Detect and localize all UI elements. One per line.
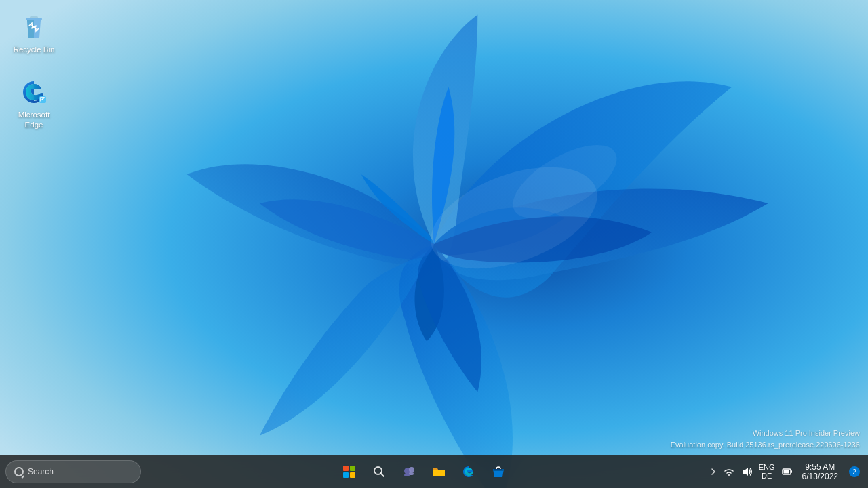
- svg-rect-9: [350, 472, 355, 478]
- svg-rect-6: [343, 466, 349, 471]
- svg-rect-7: [350, 466, 355, 471]
- microsoft-edge-icon[interactable]: Microsoft Edge: [7, 75, 61, 133]
- teams-chat-button[interactable]: [395, 458, 422, 485]
- network-button[interactable]: [721, 455, 737, 488]
- desktop-area: Recycle Bin: [0, 0, 868, 455]
- svg-point-13: [409, 467, 414, 472]
- search-label: Search: [28, 467, 54, 476]
- language-text: ENG DE: [759, 463, 775, 481]
- file-explorer-button[interactable]: [425, 458, 452, 485]
- taskbar: Search: [0, 455, 868, 488]
- svg-rect-19: [791, 470, 792, 473]
- volume-button[interactable]: [738, 455, 755, 488]
- notification-button[interactable]: 2: [845, 455, 863, 488]
- store-button[interactable]: [485, 458, 512, 485]
- taskbar-search-button[interactable]: [366, 458, 393, 485]
- notification-badge: 2: [849, 466, 860, 477]
- taskbar-center: [141, 458, 707, 485]
- recycle-bin-label: Recycle Bin: [14, 45, 55, 55]
- svg-rect-4: [30, 16, 38, 18]
- edge-image: [19, 77, 49, 107]
- edge-label: Microsoft Edge: [9, 110, 58, 130]
- search-bar[interactable]: Search: [5, 460, 141, 483]
- language-indicator[interactable]: ENG DE: [756, 455, 778, 488]
- svg-rect-15: [409, 472, 414, 475]
- svg-line-11: [381, 474, 384, 477]
- svg-rect-14: [404, 474, 410, 476]
- svg-rect-17: [494, 469, 502, 470]
- svg-rect-16: [433, 468, 437, 470]
- search-icon: [14, 467, 24, 476]
- svg-rect-8: [343, 472, 349, 478]
- clock-display[interactable]: 9:55 AM 6/13/2022: [797, 455, 844, 488]
- start-button[interactable]: [336, 458, 363, 485]
- recycle-bin-icon[interactable]: Recycle Bin: [7, 9, 61, 58]
- battery-button[interactable]: [779, 455, 795, 488]
- clock-time: 9:55 AM: [805, 462, 835, 472]
- language-region: DE: [762, 472, 772, 481]
- system-tray: ENG DE 9:55 AM 6/13/2022 2: [707, 455, 863, 488]
- show-hidden-icons-button[interactable]: [707, 455, 719, 488]
- svg-rect-20: [783, 470, 789, 474]
- edge-taskbar-button[interactable]: [455, 458, 482, 485]
- recycle-bin-image: [19, 12, 49, 42]
- language-lang: ENG: [759, 463, 775, 472]
- clock-date: 6/13/2022: [802, 472, 838, 481]
